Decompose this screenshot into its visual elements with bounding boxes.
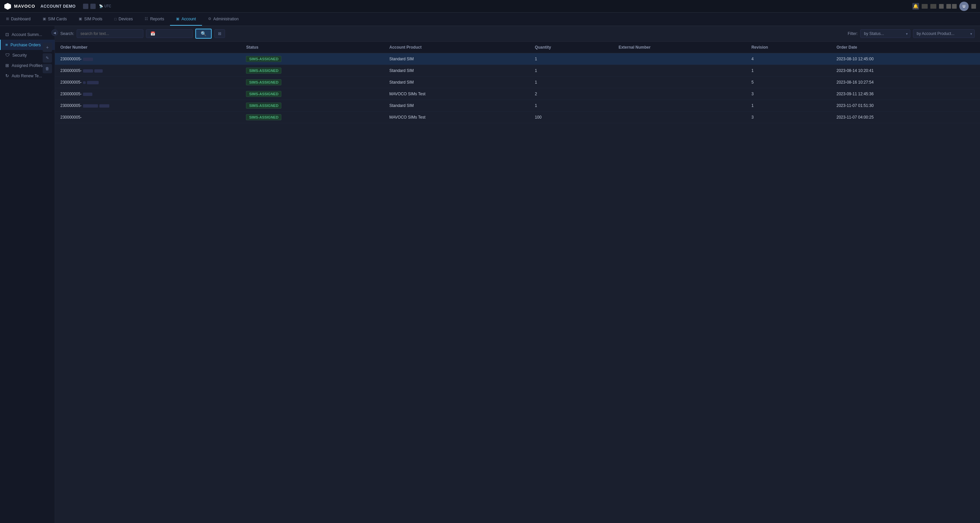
nav-item-reports[interactable]: ☷ Reports [138, 13, 170, 25]
table-row[interactable]: 230000005-SIMS-ASSIGNEDMAVOCO SIMs Test1… [55, 112, 980, 123]
devices-icon: □ [115, 17, 117, 21]
administration-icon: ⚙ [208, 17, 212, 21]
nav-item-dashboard[interactable]: ⊞ Dashboard [0, 13, 37, 25]
cell-order-date: 2023-08-16 10:27:54 [831, 77, 980, 88]
add-button[interactable]: + [43, 43, 52, 52]
cell-account-product: Standard SIM [384, 100, 530, 112]
topbar-placeholder-1 [83, 4, 88, 9]
search-label: Search: [60, 31, 74, 36]
col-external-number: External Number [613, 42, 746, 53]
topbar-bell-icon[interactable]: 🔔 [912, 3, 919, 10]
cell-quantity: 1 [530, 65, 613, 77]
nav-label-administration: Administration [213, 17, 239, 21]
nav-label-devices: Devices [119, 17, 133, 21]
col-order-number: Order Number [55, 42, 241, 53]
user-avatar[interactable]: U [959, 2, 969, 11]
sidebar-label-security: Security [12, 53, 27, 58]
filter-product-select[interactable]: by Account Product... Standard SIM MAVOC… [913, 29, 975, 38]
utc-indicator: 📡 UTC [99, 4, 111, 8]
table-row[interactable]: 230000005-SIMS-ASSIGNEDStandard SIM11202… [55, 100, 980, 112]
cell-external-number [613, 88, 746, 100]
cell-revision: 3 [746, 112, 831, 123]
topbar: MAVOCO ACCOUNT DEMO 📡 UTC 🔔 U [0, 0, 980, 13]
topbar-icon-4b[interactable] [952, 4, 957, 9]
cell-revision: 4 [746, 53, 831, 65]
simpools-icon: ▣ [79, 17, 82, 21]
topbar-icon-5[interactable] [971, 4, 976, 9]
cell-external-number [613, 53, 746, 65]
col-revision: Revision [746, 42, 831, 53]
cell-order-number: 230000005- [55, 53, 241, 65]
table-row[interactable]: 230000005-SIMS-ASSIGNEDMAVOCO SIMs Test2… [55, 88, 980, 100]
cell-quantity: 1 [530, 100, 613, 112]
cell-order-date: 2023-11-07 01:51:30 [831, 100, 980, 112]
cell-order-number: 230000005- [55, 77, 241, 88]
account-icon: ▣ [176, 17, 179, 21]
search-button[interactable]: 🔍 [195, 29, 212, 39]
search-magnifier-icon: 🔍 [200, 31, 206, 36]
sidebar: ◀ ⊡ Account Summ... ≡ Purchase Orders 🛡 … [0, 26, 55, 523]
table-header: Order Number Status Account Product Quan… [55, 42, 980, 53]
security-icon: 🛡 [5, 52, 10, 58]
sidebar-item-account-summary[interactable]: ⊡ Account Summ... [0, 29, 55, 40]
sidebar-label-assigned-profiles: Assigned Profiles [12, 63, 43, 68]
status-badge: SIMS-ASSIGNED [246, 56, 282, 62]
search-input[interactable] [77, 29, 143, 38]
clear-button[interactable]: ⊠ [214, 29, 225, 38]
cell-order-number: 230000005- [55, 88, 241, 100]
filter-status-select[interactable]: by Status... SIMS-ASSIGNED PENDING CANCE… [860, 29, 910, 38]
sidebar-label-purchase-orders: Purchase Orders [11, 43, 41, 47]
cell-external-number [613, 65, 746, 77]
nav-label-simpools: SIM Pools [84, 17, 102, 21]
assigned-profiles-icon: ⊞ [5, 63, 9, 68]
navbar: ⊞ Dashboard ▣ SIM Cards ▣ SIM Pools □ De… [0, 13, 980, 26]
nav-item-administration[interactable]: ⚙ Administration [202, 13, 245, 25]
nav-item-account[interactable]: ▣ Account [170, 13, 202, 25]
logo-icon [4, 3, 11, 10]
nav-item-devices[interactable]: □ Devices [108, 13, 138, 25]
cell-status: SIMS-ASSIGNED [241, 77, 384, 88]
cell-order-number: 230000005- [55, 112, 241, 123]
cell-quantity: 1 [530, 77, 613, 88]
topbar-icon-3[interactable] [939, 4, 943, 9]
cell-revision: 5 [746, 77, 831, 88]
nav-item-simpools[interactable]: ▣ SIM Pools [73, 13, 108, 25]
table-row[interactable]: 230000005-SIMS-ASSIGNEDStandard SIM11202… [55, 65, 980, 77]
cell-order-date: 2023-11-07 04:00:25 [831, 112, 980, 123]
cell-order-date: 2023-09-11 12:45:36 [831, 88, 980, 100]
cell-quantity: 100 [530, 112, 613, 123]
nav-label-reports: Reports [150, 17, 164, 21]
nav-label-simcards: SIM Cards [48, 17, 67, 21]
cell-external-number [613, 112, 746, 123]
cell-account-product: Standard SIM [384, 77, 530, 88]
table-body: 230000005-SIMS-ASSIGNEDStandard SIM14202… [55, 53, 980, 123]
cell-quantity: 2 [530, 88, 613, 100]
filter-product-wrapper: by Account Product... Standard SIM MAVOC… [913, 29, 975, 38]
cell-status: SIMS-ASSIGNED [241, 53, 384, 65]
auto-renew-icon: ↻ [5, 73, 9, 78]
account-name: ACCOUNT DEMO [41, 4, 76, 9]
filter-status-wrapper: by Status... SIMS-ASSIGNED PENDING CANCE… [860, 29, 910, 38]
nav-item-simcards[interactable]: ▣ SIM Cards [37, 13, 73, 25]
date-picker-button[interactable]: 📅 [146, 29, 192, 38]
topbar-placeholder-2 [90, 4, 95, 9]
status-badge: SIMS-ASSIGNED [246, 68, 282, 74]
sidebar-collapse-button[interactable]: ◀ [51, 29, 58, 36]
svg-marker-0 [4, 3, 11, 10]
topbar-icon-2[interactable] [930, 4, 936, 9]
delete-button[interactable]: 🗑 [43, 64, 52, 73]
table-row[interactable]: 230000005-SIMS-ASSIGNEDStandard SIM15202… [55, 77, 980, 88]
cell-revision: 3 [746, 88, 831, 100]
table-row[interactable]: 230000005-SIMS-ASSIGNEDStandard SIM14202… [55, 53, 980, 65]
topbar-icon-4a[interactable] [947, 4, 951, 9]
cell-revision: 1 [746, 65, 831, 77]
table-header-row: Order Number Status Account Product Quan… [55, 42, 980, 53]
cell-status: SIMS-ASSIGNED [241, 88, 384, 100]
cell-order-number: 230000005- [55, 65, 241, 77]
calendar-icon: 📅 [150, 31, 155, 36]
cell-revision: 1 [746, 100, 831, 112]
main-layout: ◀ ⊡ Account Summ... ≡ Purchase Orders 🛡 … [0, 26, 980, 523]
account-summary-icon: ⊡ [5, 32, 9, 37]
topbar-icon-1[interactable] [922, 4, 928, 9]
edit-button[interactable]: ✎ [43, 53, 52, 63]
